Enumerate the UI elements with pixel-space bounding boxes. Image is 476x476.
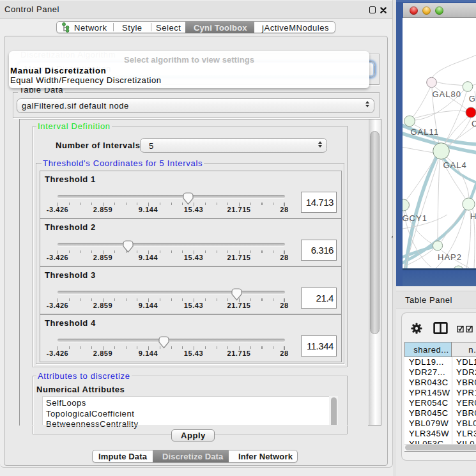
svg-text:GAL11: GAL11 [411,127,440,137]
svg-text:H: H [470,211,476,221]
svg-text:GA: GA [469,94,476,104]
svg-text:GCY1: GCY1 [403,213,427,223]
svg-text:HAP2: HAP2 [438,252,462,262]
svg-text:GAL80: GAL80 [433,89,461,99]
svg-text:GAL4: GAL4 [443,160,467,170]
svg-text:C: C [472,119,476,128]
